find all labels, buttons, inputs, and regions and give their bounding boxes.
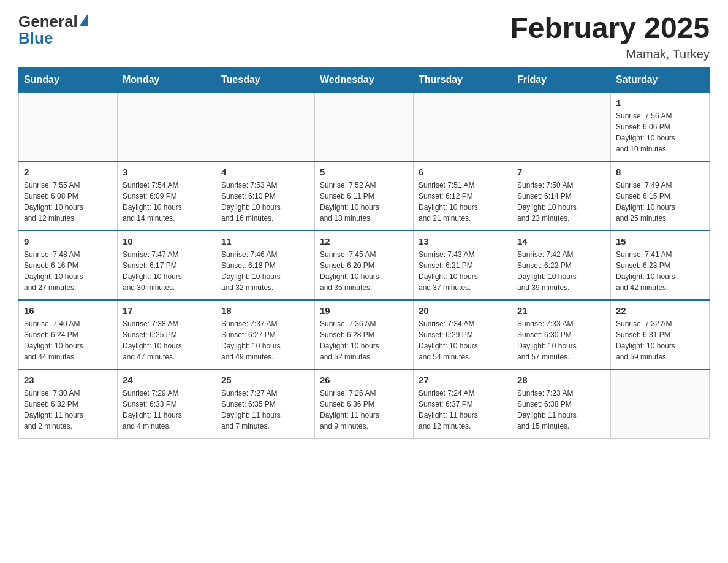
day-number: 18 [221, 305, 309, 316]
day-number: 20 [419, 305, 507, 316]
day-detail: Sunrise: 7:50 AMSunset: 6:14 PMDaylight:… [517, 180, 605, 224]
day-number: 23 [24, 375, 112, 385]
day-detail: Sunrise: 7:46 AMSunset: 6:18 PMDaylight:… [221, 249, 309, 293]
day-detail: Sunrise: 7:32 AMSunset: 6:31 PMDaylight:… [616, 318, 704, 362]
calendar-week-3: 9Sunrise: 7:48 AMSunset: 6:16 PMDaylight… [19, 231, 710, 300]
calendar-title: February 2025 [510, 12, 710, 45]
calendar-cell [611, 369, 710, 439]
day-detail: Sunrise: 7:23 AMSunset: 6:38 PMDaylight:… [517, 388, 605, 432]
day-number: 15 [616, 236, 704, 247]
day-detail: Sunrise: 7:53 AMSunset: 6:10 PMDaylight:… [221, 180, 309, 224]
calendar-cell: 21Sunrise: 7:33 AMSunset: 6:30 PMDayligh… [512, 300, 611, 369]
calendar-cell: 1Sunrise: 7:56 AMSunset: 6:06 PMDaylight… [611, 92, 710, 161]
day-detail: Sunrise: 7:29 AMSunset: 6:33 PMDaylight:… [123, 388, 211, 432]
day-number: 3 [123, 167, 211, 177]
day-number: 5 [320, 167, 408, 177]
day-detail: Sunrise: 7:24 AMSunset: 6:37 PMDaylight:… [419, 388, 507, 432]
day-number: 10 [123, 236, 211, 247]
day-detail: Sunrise: 7:26 AMSunset: 6:36 PMDaylight:… [320, 388, 408, 432]
day-number: 17 [123, 305, 211, 316]
calendar-cell: 18Sunrise: 7:37 AMSunset: 6:27 PMDayligh… [216, 300, 315, 369]
logo-blue-text: Blue [18, 29, 88, 48]
calendar-cell: 25Sunrise: 7:27 AMSunset: 6:35 PMDayligh… [216, 369, 315, 439]
calendar-cell [216, 92, 315, 161]
day-detail: Sunrise: 7:42 AMSunset: 6:22 PMDaylight:… [517, 249, 605, 293]
calendar-cell: 24Sunrise: 7:29 AMSunset: 6:33 PMDayligh… [118, 369, 216, 439]
logo-triangle-icon [79, 14, 88, 26]
calendar-cell: 27Sunrise: 7:24 AMSunset: 6:37 PMDayligh… [414, 369, 512, 439]
calendar-cell: 11Sunrise: 7:46 AMSunset: 6:18 PMDayligh… [216, 231, 315, 300]
weekday-header-tuesday: Tuesday [216, 67, 315, 92]
weekday-header-wednesday: Wednesday [315, 67, 414, 92]
day-number: 21 [517, 305, 605, 316]
weekday-header-row: SundayMondayTuesdayWednesdayThursdayFrid… [19, 67, 710, 92]
calendar-cell: 5Sunrise: 7:52 AMSunset: 6:11 PMDaylight… [315, 161, 414, 231]
day-number: 7 [517, 167, 605, 177]
day-number: 14 [517, 236, 605, 247]
day-detail: Sunrise: 7:37 AMSunset: 6:27 PMDaylight:… [221, 318, 309, 362]
calendar-cell: 15Sunrise: 7:41 AMSunset: 6:23 PMDayligh… [611, 231, 710, 300]
calendar-cell: 6Sunrise: 7:51 AMSunset: 6:12 PMDaylight… [414, 161, 512, 231]
day-detail: Sunrise: 7:30 AMSunset: 6:32 PMDaylight:… [24, 388, 112, 432]
day-number: 16 [24, 305, 112, 316]
calendar-week-2: 2Sunrise: 7:55 AMSunset: 6:08 PMDaylight… [19, 161, 710, 231]
weekday-header-monday: Monday [118, 67, 216, 92]
day-number: 25 [221, 375, 309, 385]
logo: General Blue [18, 12, 88, 48]
day-number: 27 [419, 375, 507, 385]
day-detail: Sunrise: 7:33 AMSunset: 6:30 PMDaylight:… [517, 318, 605, 362]
calendar-cell [19, 92, 118, 161]
day-detail: Sunrise: 7:41 AMSunset: 6:23 PMDaylight:… [616, 249, 704, 293]
day-number: 26 [320, 375, 408, 385]
day-detail: Sunrise: 7:49 AMSunset: 6:15 PMDaylight:… [616, 180, 704, 224]
weekday-header-sunday: Sunday [19, 67, 118, 92]
day-detail: Sunrise: 7:48 AMSunset: 6:16 PMDaylight:… [24, 249, 112, 293]
calendar-cell [315, 92, 414, 161]
day-number: 4 [221, 167, 309, 177]
day-detail: Sunrise: 7:40 AMSunset: 6:24 PMDaylight:… [24, 318, 112, 362]
calendar-cell: 19Sunrise: 7:36 AMSunset: 6:28 PMDayligh… [315, 300, 414, 369]
calendar-cell: 23Sunrise: 7:30 AMSunset: 6:32 PMDayligh… [19, 369, 118, 439]
day-number: 1 [616, 98, 704, 108]
day-number: 8 [616, 167, 704, 177]
calendar-cell: 3Sunrise: 7:54 AMSunset: 6:09 PMDaylight… [118, 161, 216, 231]
calendar-cell: 22Sunrise: 7:32 AMSunset: 6:31 PMDayligh… [611, 300, 710, 369]
day-detail: Sunrise: 7:43 AMSunset: 6:21 PMDaylight:… [419, 249, 507, 293]
day-number: 19 [320, 305, 408, 316]
day-detail: Sunrise: 7:51 AMSunset: 6:12 PMDaylight:… [419, 180, 507, 224]
calendar-cell: 10Sunrise: 7:47 AMSunset: 6:17 PMDayligh… [118, 231, 216, 300]
calendar-table: SundayMondayTuesdayWednesdayThursdayFrid… [18, 67, 710, 439]
calendar-cell: 8Sunrise: 7:49 AMSunset: 6:15 PMDaylight… [611, 161, 710, 231]
day-detail: Sunrise: 7:38 AMSunset: 6:25 PMDaylight:… [123, 318, 211, 362]
page-header: General Blue February 2025 Mamak, Turkey [18, 12, 710, 61]
day-number: 24 [123, 375, 211, 385]
calendar-cell: 9Sunrise: 7:48 AMSunset: 6:16 PMDaylight… [19, 231, 118, 300]
day-detail: Sunrise: 7:56 AMSunset: 6:06 PMDaylight:… [616, 110, 704, 155]
day-number: 28 [517, 375, 605, 385]
calendar-week-5: 23Sunrise: 7:30 AMSunset: 6:32 PMDayligh… [19, 369, 710, 439]
calendar-title-block: February 2025 Mamak, Turkey [510, 12, 710, 61]
calendar-cell [512, 92, 611, 161]
calendar-cell: 12Sunrise: 7:45 AMSunset: 6:20 PMDayligh… [315, 231, 414, 300]
weekday-header-saturday: Saturday [611, 67, 710, 92]
calendar-cell: 16Sunrise: 7:40 AMSunset: 6:24 PMDayligh… [19, 300, 118, 369]
calendar-cell: 28Sunrise: 7:23 AMSunset: 6:38 PMDayligh… [512, 369, 611, 439]
day-number: 13 [419, 236, 507, 247]
calendar-cell [414, 92, 512, 161]
day-number: 22 [616, 305, 704, 316]
weekday-header-friday: Friday [512, 67, 611, 92]
calendar-cell: 7Sunrise: 7:50 AMSunset: 6:14 PMDaylight… [512, 161, 611, 231]
day-detail: Sunrise: 7:54 AMSunset: 6:09 PMDaylight:… [123, 180, 211, 224]
calendar-cell: 26Sunrise: 7:26 AMSunset: 6:36 PMDayligh… [315, 369, 414, 439]
calendar-cell: 13Sunrise: 7:43 AMSunset: 6:21 PMDayligh… [414, 231, 512, 300]
day-detail: Sunrise: 7:36 AMSunset: 6:28 PMDaylight:… [320, 318, 408, 362]
day-detail: Sunrise: 7:47 AMSunset: 6:17 PMDaylight:… [123, 249, 211, 293]
day-number: 6 [419, 167, 507, 177]
calendar-cell: 17Sunrise: 7:38 AMSunset: 6:25 PMDayligh… [118, 300, 216, 369]
day-number: 12 [320, 236, 408, 247]
day-detail: Sunrise: 7:52 AMSunset: 6:11 PMDaylight:… [320, 180, 408, 224]
day-number: 2 [24, 167, 112, 177]
calendar-subtitle: Mamak, Turkey [510, 47, 710, 61]
day-number: 9 [24, 236, 112, 247]
calendar-week-1: 1Sunrise: 7:56 AMSunset: 6:06 PMDaylight… [19, 92, 710, 161]
